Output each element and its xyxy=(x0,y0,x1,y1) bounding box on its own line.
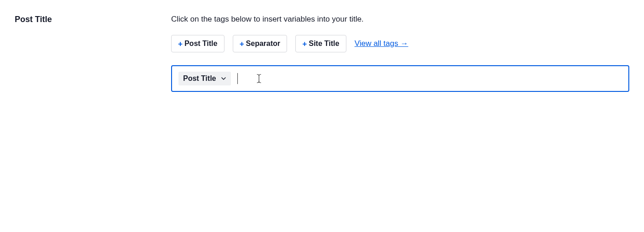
field-content: Click on the tags below to insert variab… xyxy=(171,15,629,92)
tag-button-row: + Post Title + Separator + Site Title Vi… xyxy=(171,35,629,52)
tag-button-separator[interactable]: + Separator xyxy=(233,35,288,52)
tag-button-label: Post Title xyxy=(184,40,218,48)
text-cursor-icon xyxy=(256,74,262,83)
plus-icon: + xyxy=(178,40,183,48)
token-post-title[interactable]: Post Title xyxy=(178,72,231,85)
title-input[interactable]: Post Title xyxy=(171,65,629,92)
tag-button-label: Site Title xyxy=(309,40,339,48)
chevron-down-icon xyxy=(221,76,226,81)
help-text: Click on the tags below to insert variab… xyxy=(171,15,629,24)
token-label: Post Title xyxy=(183,74,216,83)
plus-icon: + xyxy=(240,40,244,48)
tag-button-site-title[interactable]: + Site Title xyxy=(295,35,346,52)
tag-button-post-title[interactable]: + Post Title xyxy=(171,35,224,52)
tag-button-label: Separator xyxy=(246,40,281,48)
view-all-tags-link[interactable]: View all tags → xyxy=(355,39,408,48)
text-caret xyxy=(237,73,238,84)
field-label: Post Title xyxy=(15,15,171,24)
plus-icon: + xyxy=(302,40,307,48)
